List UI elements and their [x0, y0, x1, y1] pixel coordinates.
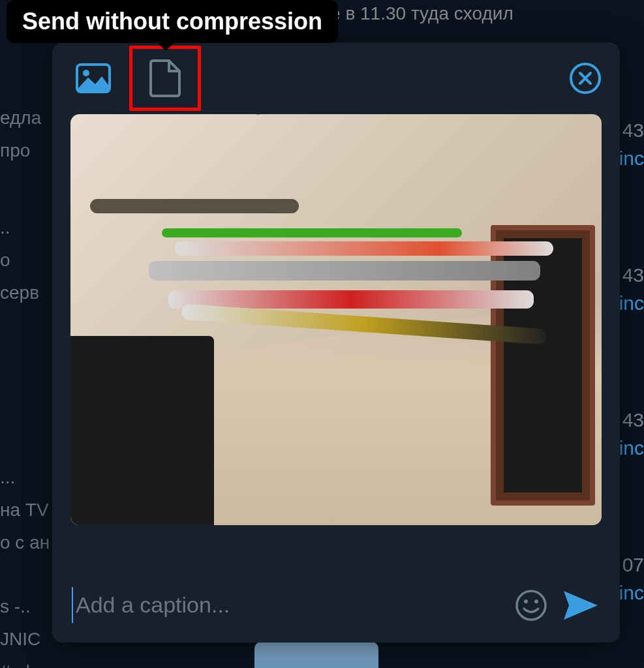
- svg-point-4: [524, 600, 528, 603]
- bg-frag: серв: [0, 279, 50, 307]
- bg-right-fragments: 43 inc 43 inc 43 inc 07 inc: [619, 117, 644, 605]
- svg-point-5: [534, 600, 538, 603]
- caption-bar: [52, 574, 620, 643]
- bg-frag: ...: [0, 464, 50, 491]
- close-icon: [569, 62, 602, 95]
- send-button[interactable]: [561, 588, 600, 622]
- send-icon: [562, 590, 599, 621]
- svg-point-3: [517, 591, 545, 620]
- send-as-file-button[interactable]: [129, 46, 201, 111]
- bg-frag: о с ан: [0, 529, 50, 556]
- caption-input[interactable]: [72, 587, 501, 623]
- bg-link: inc: [619, 145, 644, 171]
- bg-frag: на ТV: [0, 496, 50, 524]
- bg-timestamp: 43: [619, 407, 644, 433]
- bg-left-fragments: едла про .. о серв ... на ТV о с ан s -.…: [0, 104, 50, 668]
- bg-frag: о: [0, 247, 50, 274]
- bg-timestamp: 43: [619, 117, 644, 143]
- svg-point-1: [83, 70, 89, 76]
- close-button[interactable]: [569, 62, 602, 95]
- bg-frag: ..: [0, 214, 50, 241]
- bg-link: inc: [619, 435, 644, 461]
- emoji-button[interactable]: [514, 588, 548, 622]
- bg-message-text: цё в 11.30 туда сходил: [320, 3, 514, 24]
- tooltip-label: Send without compression: [22, 8, 322, 35]
- modal-header: [52, 42, 620, 114]
- bg-frag: едла: [0, 104, 50, 132]
- bg-link: inc: [619, 290, 644, 316]
- file-icon: [149, 59, 181, 97]
- attachment-preview-image[interactable]: [70, 114, 602, 525]
- bg-frag: про: [0, 137, 50, 164]
- bg-timestamp: 43: [619, 262, 644, 288]
- bg-frag: s -..: [0, 593, 50, 620]
- bg-link: inc: [619, 580, 644, 605]
- image-icon: [76, 63, 111, 93]
- bg-timestamp: 07: [619, 552, 644, 577]
- preview-area: [52, 114, 620, 574]
- attachment-modal: [52, 42, 620, 643]
- smiley-icon: [515, 589, 547, 622]
- bg-frag: #офи: [0, 658, 50, 668]
- bg-frag: JNIC: [0, 626, 50, 653]
- send-as-photo-button[interactable]: [70, 55, 116, 101]
- tooltip-send-without-compression: Send without compression: [7, 0, 338, 43]
- background-thumbnail: [254, 642, 378, 668]
